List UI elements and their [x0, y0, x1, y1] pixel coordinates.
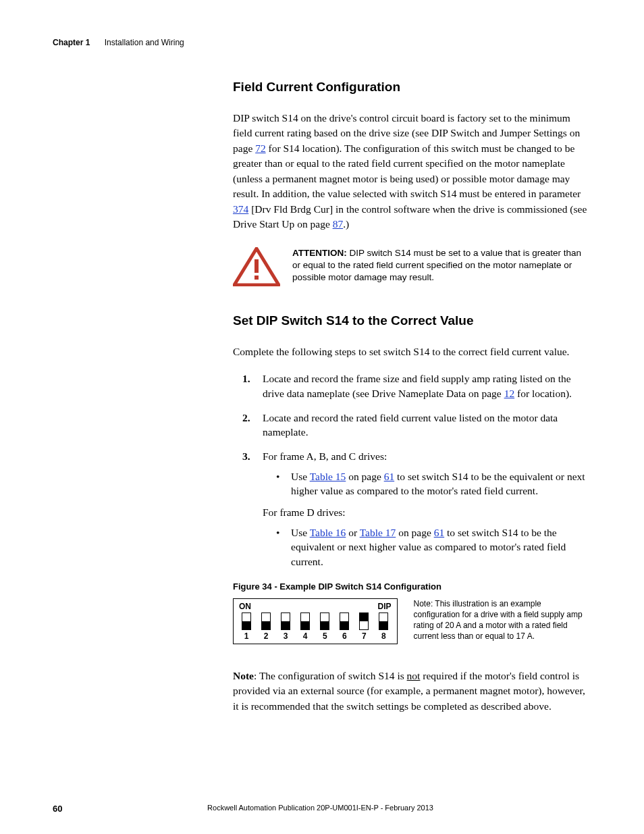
dip-switch-2: 2: [259, 613, 273, 641]
step-3-frame-d-label: For frame D drives:: [263, 505, 587, 520]
switch-number: 5: [323, 631, 327, 641]
closing-note: Note: The configuration of switch S14 is…: [233, 669, 587, 714]
switch-number: 7: [362, 631, 367, 641]
link-page-61a[interactable]: 61: [384, 471, 395, 482]
switch-slider: [242, 613, 251, 630]
dip-switch-5: 5: [317, 613, 332, 641]
switch-slider: [340, 613, 349, 630]
link-table-16[interactable]: Table 16: [310, 527, 346, 538]
steps-list: Locate and record the frame size and fie…: [242, 371, 587, 569]
dip-switch-diagram: ON DIP 12345678: [233, 598, 398, 644]
dip-label-dip: DIP: [378, 602, 392, 611]
page-number: 60: [53, 804, 62, 814]
link-param-374[interactable]: 374: [233, 203, 248, 215]
attention-callout: ATTENTION: DIP switch S14 must be set to…: [233, 247, 587, 286]
attention-text: ATTENTION: DIP switch S14 must be set to…: [292, 247, 587, 284]
link-table-15[interactable]: Table 15: [310, 471, 346, 482]
figure-row: ON DIP 12345678 Note: This illustration …: [233, 598, 587, 644]
dip-switch-3: 3: [278, 613, 293, 641]
switch-number: 3: [284, 631, 288, 641]
attention-icon: [233, 247, 280, 286]
switch-number: 6: [342, 631, 347, 641]
switch-slider: [281, 613, 290, 630]
link-page-12[interactable]: 12: [504, 388, 515, 399]
steps-intro: Complete the following steps to set swit…: [233, 344, 587, 359]
step-3-bullet-d: Use Table 16 or Table 17 on page 61 to s…: [276, 525, 587, 569]
running-header: Chapter 1 Installation and Wiring: [53, 38, 588, 47]
switch-slider: [320, 613, 329, 630]
switch-number: 8: [381, 631, 386, 641]
dip-label-on: ON: [239, 602, 251, 611]
heading-field-current: Field Current Configuration: [233, 80, 587, 95]
step-3: For frame A, B, and C drives: Use Table …: [242, 449, 587, 569]
dip-switch-7: 7: [356, 613, 371, 641]
switch-slider: [300, 613, 310, 630]
link-page-61b[interactable]: 61: [434, 527, 445, 538]
publication-line: Rockwell Automation Publication 20P-UM00…: [207, 804, 433, 812]
intro-paragraph: DIP switch S14 on the drive's control ci…: [233, 111, 587, 232]
svg-rect-1: [254, 259, 259, 273]
switch-slider: [359, 613, 369, 630]
switch-number: 1: [244, 631, 249, 641]
chapter-label: Chapter 1: [53, 38, 90, 47]
link-table-17[interactable]: Table 17: [360, 527, 396, 538]
main-content: Field Current Configuration DIP switch S…: [233, 80, 587, 714]
link-page-72[interactable]: 72: [255, 142, 266, 154]
svg-rect-2: [254, 276, 259, 280]
dip-switch-8: 8: [376, 613, 391, 641]
step-2: Locate and record the rated field curren…: [242, 411, 587, 440]
page-footer: 60 Rockwell Automation Publication 20P-U…: [53, 804, 588, 814]
link-page-87[interactable]: 87: [333, 218, 344, 230]
dip-switch-6: 6: [337, 613, 352, 641]
switch-slider: [379, 613, 388, 630]
step-3-bullet-abc: Use Table 15 on page 61 to set switch S1…: [276, 469, 587, 498]
heading-set-dip: Set DIP Switch S14 to the Correct Value: [233, 313, 587, 328]
dip-switch-1: 1: [239, 613, 254, 641]
dip-switch-4: 4: [298, 613, 313, 641]
switch-slider: [261, 613, 271, 630]
figure-caption: Figure 34 - Example DIP Switch S14 Confi…: [233, 581, 587, 592]
switch-number: 2: [264, 631, 269, 641]
chapter-title: Installation and Wiring: [105, 38, 184, 47]
step-1: Locate and record the frame size and fie…: [242, 371, 587, 400]
switch-number: 4: [303, 631, 308, 641]
figure-note: Note: This illustration is an example co…: [414, 598, 587, 642]
